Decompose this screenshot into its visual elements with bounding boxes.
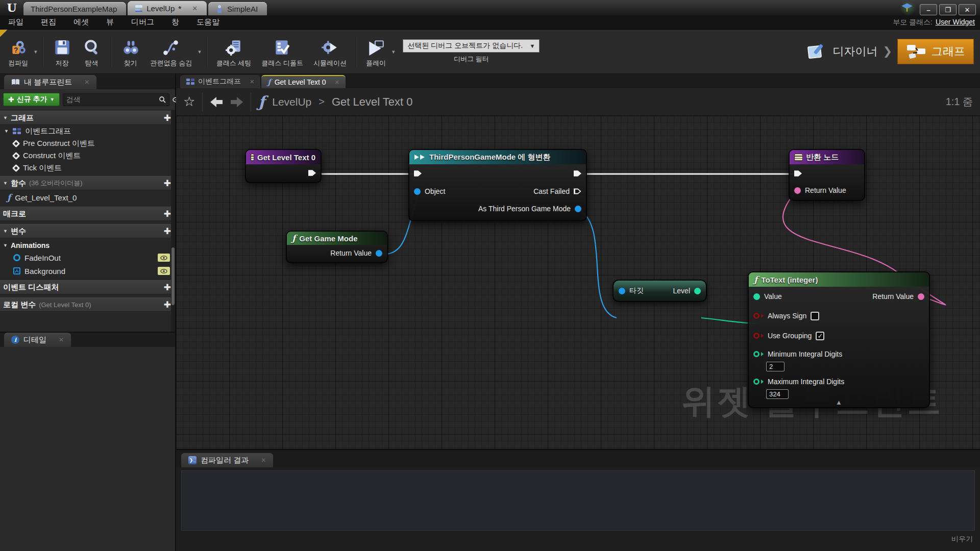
min-integral-digits-field[interactable] [766, 362, 785, 371]
compile-button[interactable]: ? 컴파일 [3, 35, 33, 69]
node-totext-integer[interactable]: ƒ ToText (integer) Value Return Value A [748, 271, 930, 408]
menu-asset[interactable]: 에셋 [74, 17, 89, 27]
value-input-pin[interactable] [753, 293, 760, 300]
minimize-button[interactable]: – [920, 4, 937, 15]
section-macros[interactable]: 매크로 ✚ [0, 207, 175, 221]
expand-triangle-icon[interactable]: ▼ [3, 181, 8, 186]
close-icon[interactable]: ✕ [335, 79, 339, 86]
collapse-node-arrow-icon[interactable]: ▲ [836, 398, 842, 406]
tutorial-graduation-cap-icon[interactable] [899, 1, 917, 15]
as-thirdpersongamemode-output-pin[interactable] [575, 206, 581, 212]
add-function-button[interactable]: ✚ [164, 178, 171, 189]
section-functions[interactable]: ▼ 함수 (36 오버라이더블) ✚ [0, 176, 175, 190]
menu-debug[interactable]: 디버그 [131, 17, 154, 27]
level-output-pin[interactable] [694, 288, 701, 294]
compiler-output-area[interactable] [181, 470, 975, 531]
close-icon[interactable]: ✕ [84, 79, 89, 86]
add-event-dispatcher-button[interactable]: ✚ [164, 282, 171, 293]
find-button[interactable]: 찾기 [116, 35, 145, 69]
expand-triangle-icon[interactable]: ▼ [3, 229, 8, 234]
item-fadeinout-animation[interactable]: FadeInOut [0, 251, 175, 264]
close-icon[interactable]: ✕ [59, 336, 64, 343]
menu-edit[interactable]: 편집 [41, 17, 56, 27]
return-value-output-pin[interactable] [376, 250, 382, 257]
visibility-eye-toggle[interactable] [158, 254, 170, 262]
asset-tab-levelup[interactable]: LevelUp * ✕ [128, 1, 207, 15]
back-arrow-icon[interactable] [210, 96, 223, 108]
exec-input-pin[interactable] [414, 170, 422, 178]
section-local-variables[interactable]: 로컬 변수 (Get Level Text 0) ✚ [0, 297, 175, 312]
asset-tab-simpleai[interactable]: SimpleAI [208, 2, 267, 15]
expand-triangle-icon[interactable]: ▼ [3, 243, 8, 248]
max-integral-digits-field[interactable] [766, 389, 789, 399]
node-get-level[interactable]: 타깃 Level [612, 280, 707, 302]
exec-output-pin[interactable] [308, 169, 316, 177]
add-graph-button[interactable]: ✚ [164, 113, 171, 123]
node-header[interactable]: ƒ ToText (integer) [749, 272, 929, 287]
section-variables[interactable]: ▼ 변수 ✚ [0, 224, 175, 238]
node-header[interactable]: Get Level Text 0 [246, 150, 321, 164]
debug-object-dropdown[interactable]: 선택된 디버그 오브젝트가 없습니다. ▼ [403, 39, 540, 53]
breadcrumb-root[interactable]: LevelUp [272, 96, 311, 108]
node-cast-thirdpersongamemode[interactable]: ThirdPersonGameMode 에 형변환 Object Cast Fa… [408, 149, 587, 221]
hide-unrelated-caret-icon[interactable]: ▾ [198, 48, 201, 55]
graph-mode-button[interactable]: 그래프 [897, 39, 974, 64]
expand-triangle-icon[interactable]: ▼ [3, 115, 8, 120]
visibility-eye-toggle[interactable] [158, 267, 170, 275]
breadcrumb-current[interactable]: Get Level Text 0 [332, 95, 413, 109]
node-header[interactable]: 반환 노드 [790, 150, 864, 164]
hide-unrelated-button[interactable]: 관련없음 숨김 [145, 35, 198, 69]
return-value-input-pin[interactable] [794, 187, 801, 194]
section-event-dispatchers[interactable]: 이벤트 디스패처 ✚ [0, 280, 175, 294]
use-grouping-checkbox[interactable]: ✓ [816, 332, 824, 340]
parent-class-link[interactable]: User Widget [936, 18, 975, 27]
close-icon[interactable]: ✕ [192, 5, 198, 12]
browse-button[interactable]: 탐색 [77, 35, 107, 69]
scrollbar-thumb[interactable] [172, 247, 175, 305]
tab-compiler-results[interactable]: ❯_ 컴파일러 결과 ✕ [181, 453, 273, 467]
clear-log-button[interactable]: 비우기 [951, 535, 973, 544]
search-input[interactable] [66, 95, 159, 104]
use-grouping-input-pin[interactable] [753, 333, 760, 339]
cast-failed-exec-pin[interactable] [574, 188, 581, 195]
tab-event-graph[interactable]: 이벤트그래프 ✕ [180, 75, 260, 88]
return-value-output-pin[interactable] [918, 293, 924, 300]
menu-file[interactable]: 파일 [8, 17, 23, 27]
tab-get-level-text-0[interactable]: ƒ Get Level Text 0 ✕ [261, 75, 346, 88]
close-icon[interactable]: ✕ [250, 79, 254, 85]
tab-my-blueprint[interactable]: 내 블루프린트 ✕ [4, 75, 96, 89]
play-options-caret-icon[interactable]: ▾ [392, 48, 395, 55]
always-sign-input-pin[interactable] [753, 313, 760, 319]
designer-mode-button[interactable]: 디자이너 [806, 42, 878, 61]
node-header[interactable]: ThirdPersonGameMode 에 형변환 [409, 150, 586, 164]
min-integral-digits-input-pin[interactable] [753, 351, 760, 357]
node-return[interactable]: 반환 노드 Return Value [789, 149, 865, 201]
compile-options-caret-icon[interactable]: ▾ [34, 48, 37, 55]
item-get-level-text-function[interactable]: ƒ Get_Level_Text_0 [0, 191, 175, 204]
add-variable-button[interactable]: ✚ [164, 226, 171, 237]
item-tick-event[interactable]: Tick 이벤트 [0, 162, 175, 174]
close-icon[interactable]: ✕ [261, 457, 266, 464]
exec-input-pin[interactable] [794, 170, 802, 178]
exec-output-pin[interactable] [574, 170, 581, 178]
close-button[interactable]: ✕ [959, 4, 976, 15]
node-get-game-mode[interactable]: ƒ Get Game Mode Return Value [286, 231, 388, 263]
menu-help[interactable]: 도움말 [197, 17, 219, 27]
save-button[interactable]: 저장 [47, 35, 77, 69]
class-defaults-button[interactable]: 클래스 디폴트 [256, 35, 308, 69]
simulate-button[interactable]: 시뮬레이션 [308, 35, 352, 69]
section-graphs[interactable]: ▼ 그래프 ✚ [0, 111, 175, 125]
add-macro-button[interactable]: ✚ [164, 209, 171, 219]
menu-window[interactable]: 창 [172, 17, 179, 27]
scrollbar[interactable] [171, 110, 175, 332]
subsection-animations[interactable]: ▼ Animations [0, 240, 175, 251]
add-new-button[interactable]: ✚ 신규 추가 ▼ [3, 93, 60, 106]
target-input-pin[interactable] [619, 288, 625, 294]
object-input-pin[interactable] [414, 188, 421, 195]
add-local-variable-button[interactable]: ✚ [164, 299, 171, 310]
always-sign-checkbox[interactable] [811, 312, 819, 320]
favorite-star-icon[interactable]: ☆ [183, 94, 195, 110]
item-construct-event[interactable]: Construct 이벤트 [0, 149, 175, 162]
max-integral-digits-input-pin[interactable] [753, 379, 760, 385]
item-event-graph[interactable]: ▼ 이벤트그래프 [0, 125, 175, 137]
